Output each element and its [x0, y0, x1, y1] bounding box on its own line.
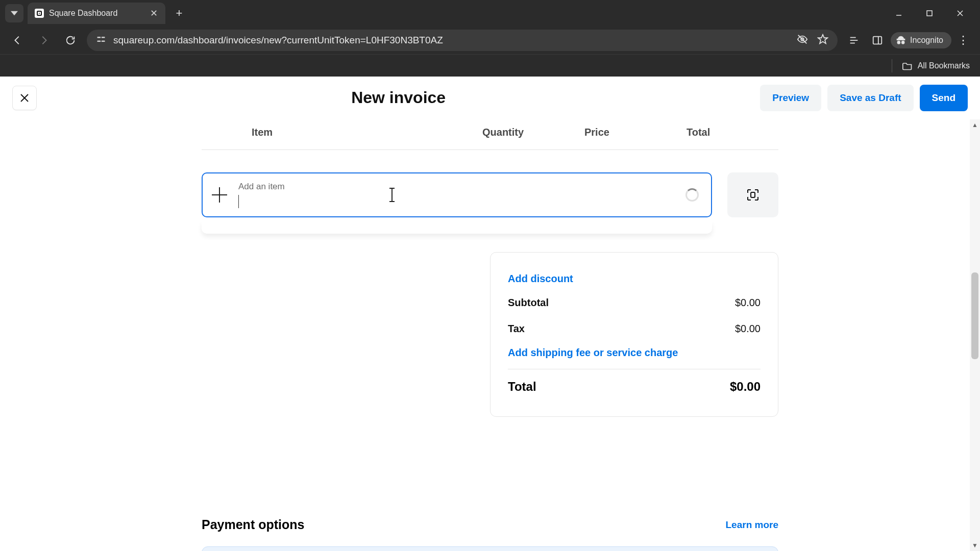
url-input[interactable] — [113, 35, 790, 46]
tab-search-button[interactable] — [5, 4, 23, 22]
save-draft-button[interactable]: Save as Draft — [827, 85, 913, 111]
tax-label: Tax — [508, 323, 525, 335]
total-label: Total — [508, 380, 536, 394]
browser-chrome: Square Dashboard ✕ + Incognito — [0, 0, 980, 77]
tab-strip: Square Dashboard ✕ + — [0, 0, 980, 27]
maximize-button[interactable] — [915, 2, 944, 24]
svg-rect-1 — [927, 11, 932, 16]
learn-more-link[interactable]: Learn more — [726, 519, 778, 531]
line-item-headers: Item Quantity Price Total — [202, 119, 778, 150]
minimize-button[interactable] — [884, 2, 914, 24]
eye-off-icon[interactable] — [797, 34, 808, 47]
close-icon — [19, 93, 30, 103]
payment-options-title: Payment options — [202, 517, 304, 532]
back-button[interactable] — [7, 30, 28, 51]
kebab-menu-icon[interactable]: ⋮ — [954, 31, 973, 49]
page: New invoice Preview Save as Draft Send I… — [0, 77, 980, 551]
close-button[interactable] — [12, 86, 37, 110]
add-item-row: Add an item — [202, 172, 778, 217]
preview-button[interactable]: Preview — [760, 85, 821, 111]
payment-options-section: Payment options Learn more i Subscribe t… — [202, 517, 778, 551]
incognito-badge[interactable]: Incognito — [891, 32, 951, 48]
total-value: $0.00 — [730, 380, 761, 394]
tax-value: $0.00 — [735, 323, 761, 335]
scroll-up-icon[interactable]: ▲ — [970, 119, 980, 131]
svg-rect-7 — [102, 41, 105, 42]
bookmark-star-icon[interactable] — [817, 34, 828, 47]
all-bookmarks-label: All Bookmarks — [918, 61, 970, 70]
address-bar[interactable] — [87, 30, 838, 51]
gemini-icon[interactable] — [844, 30, 864, 51]
folder-icon — [902, 61, 913, 70]
scrollbar-thumb[interactable] — [971, 272, 978, 359]
send-button[interactable]: Send — [920, 85, 968, 111]
incognito-label: Incognito — [910, 36, 943, 45]
reload-button[interactable] — [60, 30, 81, 51]
add-shipping-link[interactable]: Add shipping fee or service charge — [508, 342, 761, 364]
vertical-scrollbar[interactable]: ▲ ▼ — [970, 119, 980, 551]
svg-rect-4 — [97, 37, 101, 38]
plus-icon — [212, 187, 227, 203]
close-tab-icon[interactable]: ✕ — [149, 9, 158, 18]
bookmark-bar: All Bookmarks — [0, 54, 980, 77]
window-controls — [884, 2, 975, 24]
browser-tab[interactable]: Square Dashboard ✕ — [28, 3, 165, 24]
summary-card: Add discount Subtotal $0.00 Tax $0.00 Ad… — [490, 252, 778, 417]
app-header: New invoice Preview Save as Draft Send — [0, 77, 980, 119]
svg-rect-14 — [873, 37, 882, 44]
scroll-down-icon[interactable]: ▼ — [970, 540, 980, 551]
invoices-plus-banner: i Subscribe to Invoices Plus to unlock l… — [202, 546, 778, 551]
text-caret-icon — [391, 188, 393, 202]
item-dropdown-hint — [202, 221, 712, 234]
svg-rect-6 — [97, 41, 101, 42]
svg-marker-10 — [818, 35, 827, 43]
forward-button[interactable] — [34, 30, 54, 51]
svg-rect-18 — [751, 192, 755, 197]
add-item-label: Add an item — [238, 182, 285, 192]
close-window-button[interactable] — [945, 2, 975, 24]
side-panel-icon[interactable] — [867, 30, 888, 51]
content: Item Quantity Price Total Add an item — [0, 119, 980, 551]
subtotal-value: $0.00 — [735, 297, 761, 309]
tab-title: Square Dashboard — [49, 9, 144, 18]
page-title: New invoice — [37, 88, 760, 107]
add-item-input[interactable]: Add an item — [202, 172, 712, 217]
svg-rect-5 — [102, 37, 105, 38]
all-bookmarks-button[interactable]: All Bookmarks — [902, 61, 970, 70]
loading-spinner-icon — [685, 188, 699, 202]
browser-toolbar: Incognito ⋮ — [0, 27, 980, 54]
incognito-icon — [896, 35, 906, 45]
header-actions: Preview Save as Draft Send — [760, 85, 968, 111]
barcode-icon — [746, 188, 760, 202]
barcode-scan-button[interactable] — [727, 172, 778, 217]
col-item: Item — [202, 127, 482, 138]
subtotal-label: Subtotal — [508, 297, 549, 309]
col-price: Price — [584, 127, 687, 138]
text-cursor — [238, 195, 239, 208]
square-favicon — [35, 9, 44, 18]
site-info-icon[interactable] — [96, 34, 106, 46]
new-tab-button[interactable]: + — [170, 5, 188, 22]
col-total: Total — [687, 127, 778, 138]
add-discount-link[interactable]: Add discount — [508, 268, 761, 290]
col-quantity: Quantity — [482, 127, 584, 138]
